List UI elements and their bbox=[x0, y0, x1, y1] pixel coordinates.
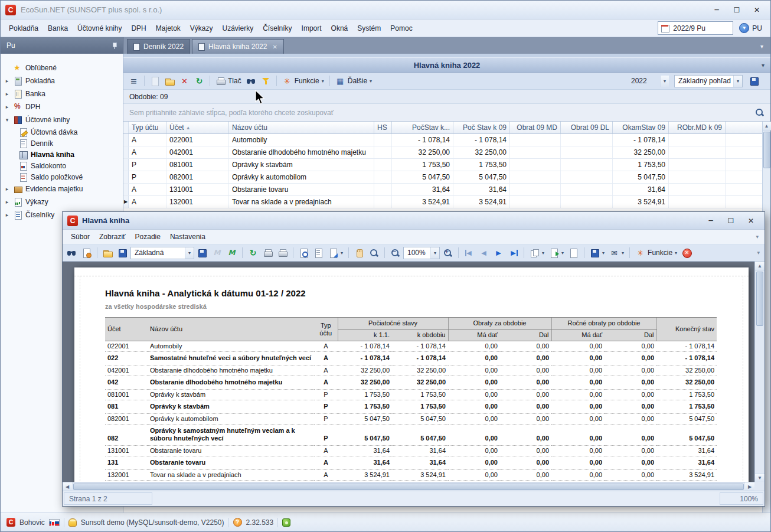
table-row[interactable]: A042001Obstaranie dlhodobého hmotného ma… bbox=[123, 146, 770, 159]
column-header-robr-md-k-09[interactable]: RObr.MD k 09 bbox=[669, 122, 726, 133]
open-button[interactable] bbox=[101, 246, 115, 259]
filter-button[interactable] bbox=[259, 74, 273, 87]
menu-ciselniky[interactable]: Číselníky bbox=[258, 22, 296, 35]
sidebar-item-banka[interactable]: ▸Banka bbox=[1, 87, 123, 100]
close-button[interactable]: ✕ bbox=[742, 214, 760, 227]
column-header-okamstav-09[interactable]: OkamStav 09 bbox=[613, 122, 669, 133]
minimize-button[interactable]: ─ bbox=[708, 4, 726, 17]
search-button[interactable] bbox=[65, 246, 79, 259]
menu-banka[interactable]: Banka bbox=[43, 22, 73, 35]
zoom-out-button[interactable]: − bbox=[388, 246, 402, 259]
list-menu-button[interactable] bbox=[127, 74, 141, 87]
sidebar-item-dph[interactable]: ▸DPH bbox=[1, 100, 123, 113]
period-field[interactable]: 2022/9 Pu bbox=[658, 21, 733, 35]
year-combo[interactable]: 2022 ▾ bbox=[627, 75, 669, 87]
pv-menu-subor[interactable]: Súbor bbox=[66, 230, 94, 243]
funkcie-button[interactable]: Funkcie▾ bbox=[633, 246, 679, 259]
overflow-chevron-icon[interactable]: ▾ bbox=[757, 250, 762, 256]
sidebar-item-saldokonto[interactable]: Saldokonto bbox=[1, 160, 123, 171]
sidebar-item-uctovne-knihy[interactable]: ▾Účtovné knihy bbox=[1, 113, 123, 126]
sidebar-item-hlavna-kniha[interactable]: Hlavná kniha bbox=[1, 149, 123, 160]
close-tab-icon[interactable]: ✕ bbox=[272, 44, 277, 50]
sidebar-item-oblubene[interactable]: Obľúbené bbox=[1, 61, 123, 74]
menu-okna[interactable]: Okná bbox=[326, 22, 353, 35]
scroll-down-icon[interactable]: ▼ bbox=[755, 473, 765, 482]
prev-page-button[interactable] bbox=[477, 246, 491, 259]
dalsie-button[interactable]: Ďalšie▾ bbox=[334, 74, 374, 87]
table-row[interactable]: A022001Automobily- 1 078,14- 1 078,14- 1… bbox=[123, 134, 770, 146]
menu-pokladna[interactable]: Pokladňa bbox=[4, 22, 43, 35]
refresh-button[interactable] bbox=[192, 74, 206, 87]
table-row[interactable]: ▶A132001Tovar na sklade a v predajniach3… bbox=[123, 196, 770, 208]
tab-dennik-2022[interactable]: Denník 2022 bbox=[127, 39, 190, 54]
delete-button[interactable] bbox=[178, 74, 191, 87]
save-view-button[interactable] bbox=[195, 246, 209, 259]
column-header-poc-stav-k-09[interactable]: Poč Stav k 09 bbox=[453, 122, 510, 133]
quick-print-button[interactable] bbox=[276, 246, 289, 259]
funkcie-button[interactable]: Funkcie▾ bbox=[280, 74, 326, 87]
scroll-thumb[interactable] bbox=[73, 484, 744, 490]
tab-list-chevron-icon[interactable]: ▾ bbox=[757, 43, 767, 50]
header-footer-button[interactable] bbox=[312, 246, 325, 259]
sidebar-item-uctovna-davka[interactable]: Účtovná dávka bbox=[1, 126, 123, 138]
next-page-button[interactable] bbox=[492, 246, 505, 259]
menu-pomoc[interactable]: Pomoc bbox=[386, 22, 417, 35]
close-preview-button[interactable] bbox=[680, 246, 694, 259]
maximize-button[interactable]: ☐ bbox=[722, 214, 740, 227]
group-by-panel[interactable]: Sem pritiahnite záhlavie stĺpca, podľa k… bbox=[123, 104, 770, 122]
scroll-up-icon[interactable]: ▲ bbox=[763, 122, 771, 130]
hand-tool-button[interactable] bbox=[352, 246, 366, 259]
scroll-left-icon[interactable]: ◀ bbox=[63, 482, 72, 491]
preview-horizontal-scrollbar[interactable]: ◀ ▶ bbox=[63, 482, 754, 491]
save-view-button[interactable] bbox=[747, 74, 761, 87]
scroll-thumb[interactable] bbox=[763, 132, 770, 168]
page-setup-button[interactable] bbox=[297, 246, 311, 259]
column-header-hs[interactable]: HS bbox=[374, 122, 392, 133]
close-button[interactable]: ✕ bbox=[748, 4, 766, 17]
pv-menu-nastavenia[interactable]: Nastavenia bbox=[165, 230, 210, 243]
slovak-flag-icon[interactable] bbox=[49, 519, 60, 526]
multipage-button[interactable]: ▾ bbox=[528, 246, 546, 259]
new-record-button[interactable] bbox=[148, 74, 162, 87]
column-header-obrat-09-md[interactable]: Obrat 09 MD bbox=[510, 122, 561, 133]
column-header-ucet[interactable]: Účet▲ bbox=[166, 122, 229, 133]
zoom-combo[interactable]: 100%▾ bbox=[403, 247, 440, 259]
column-header-obrat-09-dl[interactable]: Obrat 09 DL bbox=[561, 122, 613, 133]
menu-majetok[interactable]: Majetok bbox=[151, 22, 185, 35]
column-header-nazov-uctu[interactable]: Názov účtu bbox=[229, 122, 374, 133]
view-combo[interactable]: Základná▾ bbox=[130, 247, 194, 259]
sidebar-item-pokladna[interactable]: ▸Pokladňa bbox=[1, 74, 123, 87]
menu-system[interactable]: Systém bbox=[352, 22, 386, 35]
email-button[interactable]: ▾ bbox=[607, 246, 626, 259]
column-header-pocstav-k[interactable]: PočStav k... bbox=[392, 122, 453, 133]
save-button[interactable] bbox=[116, 246, 129, 259]
scroll-up-icon[interactable]: ▲ bbox=[755, 262, 765, 270]
table-row[interactable]: P082001Oprávky k automobilom5 047,505 04… bbox=[123, 171, 770, 184]
menu-uzavierky[interactable]: Uzávierky bbox=[218, 22, 259, 35]
zoom-in-button[interactable]: + bbox=[441, 246, 455, 259]
open-button[interactable] bbox=[163, 74, 177, 87]
print-button[interactable]: Tlač bbox=[214, 74, 243, 87]
print-button[interactable] bbox=[261, 246, 275, 259]
pv-menu-zobrazit[interactable]: Zobraziť bbox=[94, 230, 130, 243]
preview-vertical-scrollbar[interactable]: ▲ ▼ bbox=[754, 262, 765, 482]
last-page-button[interactable] bbox=[507, 246, 520, 259]
watermark-off-button[interactable] bbox=[210, 246, 224, 259]
export-button[interactable]: ▾ bbox=[547, 246, 566, 259]
scroll-thumb[interactable] bbox=[756, 272, 763, 326]
document-map-button[interactable] bbox=[567, 246, 580, 259]
sidebar-item-saldo-polozkove[interactable]: Saldo položkové bbox=[1, 171, 123, 182]
sidebar-item-vykazy[interactable]: ▸Výkazy bbox=[1, 195, 123, 208]
maximize-button[interactable]: ☐ bbox=[728, 4, 746, 17]
menu-vykazy[interactable]: Výkazy bbox=[185, 22, 218, 35]
minimize-button[interactable]: ─ bbox=[702, 214, 720, 227]
pu-button[interactable]: ▼ PU bbox=[739, 23, 762, 33]
first-page-button[interactable] bbox=[462, 246, 476, 259]
pin-icon[interactable] bbox=[109, 41, 119, 51]
menu-dph[interactable]: DPH bbox=[126, 22, 151, 35]
help-icon[interactable] bbox=[233, 518, 242, 527]
sidebar-item-dennik[interactable]: Denník bbox=[1, 138, 123, 149]
overflow-chevron-icon[interactable]: ▾ bbox=[756, 234, 761, 240]
table-row[interactable]: P081001Oprávky k stavbám1 753,501 753,50… bbox=[123, 159, 770, 171]
refresh-button[interactable] bbox=[246, 246, 260, 259]
